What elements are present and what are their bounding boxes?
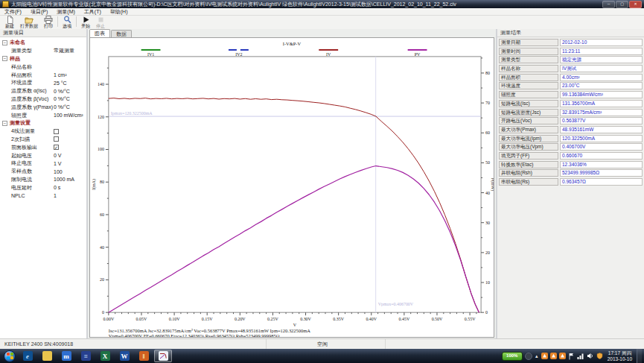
taskbar-windows-explorer[interactable] [38, 350, 56, 362]
result-value: 32.839175mA/cm² [560, 109, 643, 116]
power-plan-icon[interactable] [525, 353, 532, 360]
minimize-button[interactable]: ─ [602, 1, 615, 8]
svg-text:20: 20 [485, 250, 490, 255]
options-button[interactable]: 选项 [60, 16, 74, 29]
tab-chart[interactable]: 图表 [89, 29, 110, 37]
svg-text:100: 100 [98, 147, 104, 151]
result-value: 120.322500mA [560, 135, 643, 142]
chart-panel: 图表数据 I-V&P-VIV1IV2IVPVIpmax=120.322500mA… [88, 29, 496, 339]
tree-row[interactable]: 环境温度25 °C [0, 79, 86, 87]
tree-row[interactable]: 辐照度100 mW/cm² [0, 111, 86, 119]
open-folder-button[interactable]: 打开数据 [17, 16, 41, 29]
tree-group[interactable]: −测量设置 [0, 119, 86, 127]
network-icon[interactable] [577, 353, 584, 359]
tree-row[interactable]: 温度系数 β(Voc)0 %/°C [0, 95, 86, 104]
new-document-button[interactable]: 新建 [2, 16, 17, 29]
collapse-icon[interactable]: − [2, 121, 7, 126]
left-panel-title: 测量项目 [0, 29, 86, 37]
tree-row[interactable]: 温度系数 α(Isc)0 %/°C [0, 87, 86, 95]
hidden-icons-arrow[interactable]: ▲ [535, 354, 539, 359]
menu-item[interactable]: 测量(M) [52, 8, 80, 15]
tree-row[interactable]: 样品面积1 cm² [0, 71, 86, 79]
media-player-icon: ≡ [81, 351, 91, 361]
taskbar-clock[interactable]: 17:17 周四 2013-10-10 [608, 350, 632, 362]
tree-row[interactable]: 温度系数 γ(Pmax)0 %/°C [0, 103, 86, 111]
window-title: 太阳能电池IV特性测量软件专业版(北京中教金源科技有限公司)-D:\C区文档\对… [11, 1, 599, 8]
svg-text:140: 140 [98, 82, 104, 86]
result-value: 48.935161mW [560, 126, 643, 133]
tree-row[interactable]: 测量类型常规测量 [0, 47, 86, 55]
checkbox[interactable] [54, 136, 59, 142]
tree-row[interactable]: 前面板输出✓ [0, 143, 86, 151]
result-label: 填充因子(FF) [499, 152, 558, 160]
result-label: 测量时间 [499, 48, 558, 55]
result-label: 最大功率(Pmax) [499, 126, 558, 133]
taskbar-word[interactable]: W [115, 350, 133, 362]
results-panel: 测量结果 测量日期2012-02-10测量时间11:23:11测量类型稳定光源样… [496, 29, 644, 339]
tray-icons [541, 353, 603, 360]
options-icon [63, 16, 71, 24]
checkbox[interactable] [54, 129, 59, 134]
tree-row[interactable]: NPLC1 [0, 192, 86, 200]
menu-item[interactable]: 工具(T) [80, 8, 106, 15]
svg-text:0.50V: 0.50V [432, 317, 443, 321]
tree-group[interactable]: −未命名 [0, 39, 86, 47]
tree-row-label: 2次扫描 [11, 136, 54, 143]
tree-group[interactable]: −样品 [0, 55, 86, 63]
start-button[interactable] [4, 350, 16, 362]
taskbar-maxthon-browser[interactable]: m [57, 350, 75, 362]
tree-row-label: 测量类型 [11, 47, 54, 54]
collapse-icon[interactable]: − [2, 40, 7, 45]
updater-icon[interactable] [550, 353, 557, 359]
svg-text:0.10V: 0.10V [169, 317, 180, 321]
checkbox[interactable]: ✓ [54, 145, 59, 150]
security-shield-icon[interactable] [596, 353, 603, 359]
result-row: 测量日期2012-02-10 [499, 39, 643, 46]
printer-button[interactable]: 打印 [41, 16, 56, 29]
tree-row[interactable]: 起始电压0 V [0, 151, 86, 160]
menu-item[interactable]: 项目(P) [26, 8, 52, 15]
volume-icon[interactable] [587, 353, 594, 359]
result-row: 填充因子(FF)0.660670 [499, 152, 643, 160]
tree-row[interactable]: 采样点数100 [0, 168, 86, 176]
tree-row-value: 0 V [54, 153, 62, 158]
tree-row-label: 起始电压 [11, 152, 54, 160]
svg-text:0.00V: 0.00V [103, 317, 115, 321]
taskbar-excel[interactable]: X [96, 350, 114, 362]
svg-text:0: 0 [485, 310, 488, 315]
flag-icon[interactable] [568, 353, 575, 360]
taskbar-color-tool[interactable]: ‖ [135, 350, 153, 362]
taskbar-apps: em≡XW‖ [18, 350, 173, 362]
taskbar-internet-explorer[interactable]: e [19, 350, 36, 362]
tree-row[interactable]: 样品名称 [0, 63, 86, 71]
excel-icon: X [101, 351, 110, 361]
tree-row-value: 1 [54, 193, 57, 198]
close-button[interactable]: ✕ [629, 1, 642, 8]
tree-row[interactable]: 4线法测量 [0, 127, 86, 136]
tree-row-value: 0 %/°C [54, 96, 70, 101]
taskbar-iv-measure-app[interactable] [154, 350, 172, 362]
right-panel-title: 测量结果 [497, 29, 644, 37]
tab-data[interactable]: 数据 [111, 30, 132, 37]
menu-item[interactable]: 帮助(H) [106, 8, 133, 15]
svg-text:0.05V: 0.05V [136, 317, 147, 321]
result-row: 短路电流(Isc)131.356700mA [499, 100, 643, 107]
show-desktop-button[interactable] [637, 349, 642, 363]
tree-row-value: 常规测量 [54, 47, 74, 54]
updater-icon[interactable] [541, 353, 548, 359]
tree-row[interactable]: 限制电流1000 mA [0, 176, 86, 184]
battery-indicator[interactable]: 100% [502, 352, 523, 361]
tree-row[interactable]: 2次扫描 [0, 136, 86, 144]
maximize-button[interactable]: ▢ [616, 1, 628, 8]
result-row: 测量时间11:23:11 [499, 48, 643, 55]
svg-text:0.55V: 0.55V [465, 317, 476, 321]
start-button[interactable]: 开始 [78, 16, 93, 29]
updater-icon[interactable] [559, 353, 566, 359]
taskbar-media-player[interactable]: ≡ [77, 350, 95, 362]
tree-row-label: 前面板输出 [11, 144, 54, 151]
collapse-icon[interactable]: − [2, 56, 7, 61]
tree-row[interactable]: 电压延时0 s [0, 183, 86, 192]
result-value: IV测试 [560, 65, 643, 72]
menu-item[interactable]: 文件(F) [0, 8, 26, 15]
tree-row[interactable]: 终止电压1 V [0, 160, 86, 168]
